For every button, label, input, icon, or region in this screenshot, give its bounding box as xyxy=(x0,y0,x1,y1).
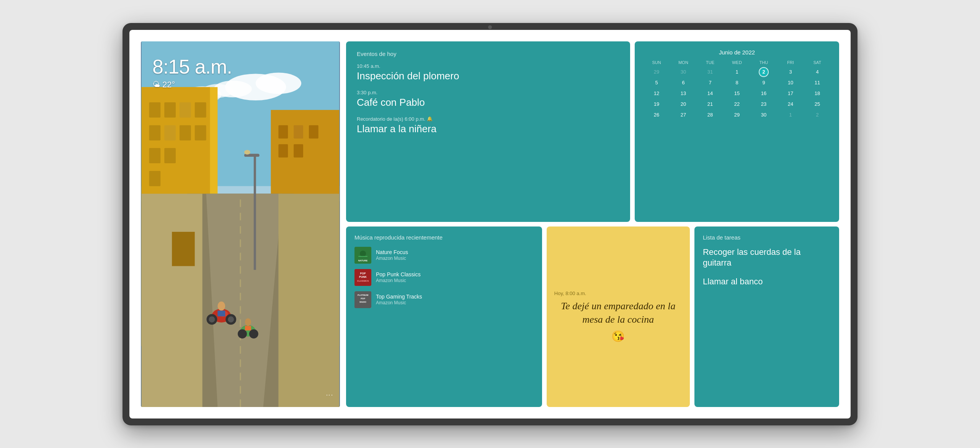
svg-rect-26 xyxy=(278,144,288,158)
music-source-2: Amazon Music xyxy=(376,278,534,283)
svg-rect-52 xyxy=(358,256,368,257)
music-info-3: Top Gaming Tracks Amazon Music xyxy=(376,294,534,305)
svg-rect-23 xyxy=(278,125,288,138)
cal-day-12[interactable]: 12 xyxy=(652,89,662,98)
music-info-2: Pop Punk Classics Amazon Music xyxy=(376,271,534,283)
cal-day-10[interactable]: 10 xyxy=(786,78,795,88)
cal-day-20[interactable]: 20 xyxy=(678,99,688,109)
event-item-3[interactable]: Recordatorio de la(s) 6:00 p.m. 🔔 Llamar… xyxy=(357,116,619,135)
svg-rect-13 xyxy=(195,102,206,118)
cal-day-29prev[interactable]: 29 xyxy=(652,67,662,77)
svg-rect-10 xyxy=(149,102,161,118)
event-item-2[interactable]: 3:30 p.m. Café con Pablo xyxy=(357,90,619,108)
cal-day-25[interactable]: 25 xyxy=(812,99,822,109)
cal-day-27[interactable]: 27 xyxy=(678,110,688,120)
tasks-panel[interactable]: Lista de tareas Recoger las cuerdas de l… xyxy=(694,226,839,407)
cal-day-5[interactable]: 5 xyxy=(652,78,662,88)
camera-dot xyxy=(488,25,492,29)
svg-text:POP: POP xyxy=(361,297,365,300)
cal-day-30prev[interactable]: 30 xyxy=(678,67,688,77)
svg-rect-43 xyxy=(217,310,225,316)
svg-text:PUNK: PUNK xyxy=(359,276,367,278)
svg-rect-31 xyxy=(142,194,203,407)
svg-rect-25 xyxy=(309,125,318,138)
music-item-2[interactable]: POP PUNK CLASSICS Pop Punk Classics Amaz… xyxy=(354,269,534,286)
music-info-1: Nature Focus Amazon Music xyxy=(376,249,534,261)
weather-line: 🌤 22° xyxy=(152,80,232,90)
cal-day-18[interactable]: 18 xyxy=(812,89,822,98)
event-item-1[interactable]: 10:45 a.m. Inspección del plomero xyxy=(357,63,619,82)
svg-rect-14 xyxy=(149,125,161,140)
street-scene xyxy=(141,41,340,407)
screen-content: 8:15 a.m. 🌤 22° ⋮ Eventos de hoy xyxy=(129,30,851,418)
cal-day-9[interactable]: 9 xyxy=(759,78,769,88)
time-display: 8:15 a.m. 🌤 22° xyxy=(152,57,232,90)
cal-day-13[interactable]: 13 xyxy=(678,89,688,98)
cal-day-wed: WED xyxy=(724,60,750,65)
events-panel[interactable]: Eventos de hoy 10:45 a.m. Inspección del… xyxy=(346,41,630,222)
svg-rect-32 xyxy=(278,194,339,407)
music-item-1[interactable]: NATURE Nature Focus Amazon Music xyxy=(354,247,534,264)
cal-day-28[interactable]: 28 xyxy=(705,110,715,120)
cal-day-21[interactable]: 21 xyxy=(705,99,715,109)
cal-day-26[interactable]: 26 xyxy=(652,110,662,120)
svg-rect-20 xyxy=(149,171,161,186)
svg-text:NATURE: NATURE xyxy=(358,259,368,262)
note-text: Te dejé un emparedado en la mesa de la c… xyxy=(554,299,682,326)
music-thumb-nature: NATURE xyxy=(354,247,371,264)
cal-day-22[interactable]: 22 xyxy=(732,99,742,109)
dots-menu-button[interactable]: ⋮ xyxy=(325,392,334,399)
music-thumb-gaming: PLATINUM POP RADIO xyxy=(354,291,371,308)
cal-day-2-today[interactable]: 2 xyxy=(759,67,769,77)
music-item-3[interactable]: PLATINUM POP RADIO Top Gaming Tracks Ama… xyxy=(354,291,534,308)
cal-day-29[interactable]: 29 xyxy=(732,110,742,120)
cal-day-1[interactable]: 1 xyxy=(732,67,742,77)
cal-day-4[interactable]: 4 xyxy=(812,67,822,77)
cal-day-sat: SAT xyxy=(804,60,831,65)
cal-day-2next[interactable]: 2 xyxy=(812,110,822,120)
cal-day-14[interactable]: 14 xyxy=(705,89,715,98)
svg-point-3 xyxy=(256,72,301,94)
music-panel[interactable]: Música reproducida recientemente NATURE xyxy=(346,226,542,407)
calendar-panel[interactable]: Junio de 2022 SUN MON TUE WED THU FRI SA… xyxy=(635,41,839,222)
task-item-1[interactable]: Recoger las cuerdas de la guitarra xyxy=(703,247,831,269)
cal-day-6[interactable]: 6 xyxy=(678,78,688,88)
music-thumb-punk: POP PUNK CLASSICS xyxy=(354,269,371,286)
svg-point-42 xyxy=(217,301,225,310)
music-source-3: Amazon Music xyxy=(376,300,534,305)
tasks-panel-title: Lista de tareas xyxy=(703,234,831,241)
cal-day-16[interactable]: 16 xyxy=(759,89,769,98)
svg-point-41 xyxy=(228,316,234,322)
calendar-month: Junio de 2022 xyxy=(643,49,831,56)
event-title-3: Llamar a la niñera xyxy=(357,123,619,135)
top-row: Eventos de hoy 10:45 a.m. Inspección del… xyxy=(346,41,839,222)
cal-day-30[interactable]: 30 xyxy=(759,110,769,120)
svg-rect-24 xyxy=(294,125,303,138)
cal-day-19[interactable]: 19 xyxy=(652,99,662,109)
svg-text:RADIO: RADIO xyxy=(359,301,366,303)
weather-icon: 🌤 xyxy=(152,80,160,89)
cal-day-11[interactable]: 11 xyxy=(812,78,822,88)
cal-day-17[interactable]: 17 xyxy=(786,89,795,98)
screen: 8:15 a.m. 🌤 22° ⋮ Eventos de hoy xyxy=(129,30,851,418)
cal-day-1next[interactable]: 1 xyxy=(786,110,795,120)
music-title-3: Top Gaming Tracks xyxy=(376,294,534,300)
task-item-2[interactable]: Llamar al banco xyxy=(703,276,831,287)
cal-day-24[interactable]: 24 xyxy=(786,99,795,109)
note-panel[interactable]: Hoy, 8:00 a.m. Te dejé un emparedado en … xyxy=(547,226,690,407)
cal-day-8[interactable]: 8 xyxy=(732,78,742,88)
svg-rect-17 xyxy=(195,125,206,140)
svg-rect-15 xyxy=(164,125,176,140)
cal-day-7[interactable]: 7 xyxy=(705,78,715,88)
cal-day-3[interactable]: 3 xyxy=(786,67,795,77)
music-title-1: Nature Focus xyxy=(376,249,534,256)
svg-text:CLASSICS: CLASSICS xyxy=(357,280,369,282)
cal-day-sun: SUN xyxy=(643,60,670,65)
cal-day-31prev[interactable]: 31 xyxy=(705,67,715,77)
svg-rect-27 xyxy=(294,144,303,158)
cal-day-23[interactable]: 23 xyxy=(759,99,769,109)
cal-day-15[interactable]: 15 xyxy=(732,89,742,98)
svg-rect-19 xyxy=(164,148,176,163)
svg-rect-11 xyxy=(164,102,176,118)
reminder-icon: 🔔 xyxy=(427,116,433,121)
